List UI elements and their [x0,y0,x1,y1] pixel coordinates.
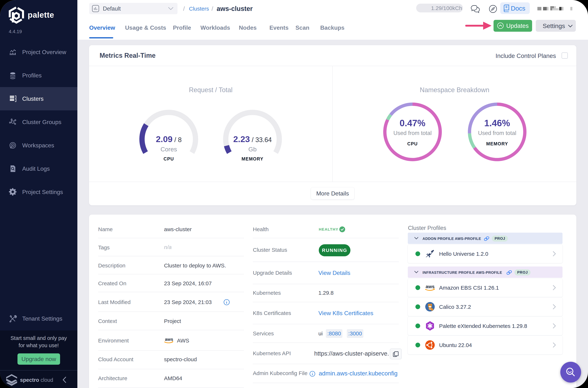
svg-text:aws: aws [165,337,173,342]
svg-text:aws: aws [426,284,434,289]
